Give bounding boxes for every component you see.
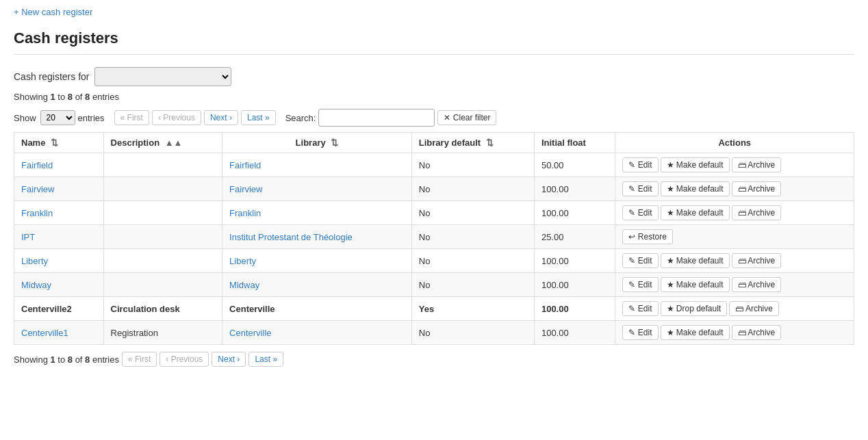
table-row: FairfieldFairfieldNo50.00✎ Edit★ Make de… <box>14 153 854 177</box>
cell-name: Franklin <box>14 201 104 225</box>
name-link[interactable]: Liberty <box>21 256 48 266</box>
col-library[interactable]: Library ⇅ <box>222 133 412 153</box>
action-archive-button[interactable]: 🗃 Archive <box>732 181 782 196</box>
page-title: Cash registers <box>14 29 854 55</box>
search-input[interactable] <box>318 109 435 127</box>
table-row: Centerville1RegistrationCentervilleNo100… <box>14 321 854 345</box>
action-archive-button[interactable]: 🗃 Archive <box>732 253 782 268</box>
name-link[interactable]: Franklin <box>21 208 53 218</box>
name-link[interactable]: Fairview <box>21 184 54 194</box>
name-link[interactable]: IPT <box>21 232 35 242</box>
clear-filter-button[interactable]: ✕ Clear filter <box>437 110 496 125</box>
action-edit-button[interactable]: ✎ Edit <box>622 325 658 340</box>
new-cash-register-link[interactable]: + New cash register <box>14 7 92 17</box>
cell-library: Centerville <box>222 297 412 321</box>
library-link[interactable]: Centerville <box>229 328 271 338</box>
cell-actions: ✎ Edit★ Make default🗃 Archive <box>615 201 854 225</box>
first-page-button[interactable]: « First <box>114 110 149 125</box>
top-pagination-bar: Show 102050100 entries « First ‹ Previou… <box>14 109 854 127</box>
cell-library: Fairfield <box>222 153 412 177</box>
cell-name: Fairview <box>14 177 104 201</box>
cell-description: Registration <box>103 321 222 345</box>
action-make-default-button[interactable]: ★ Make default <box>661 277 730 292</box>
library-link[interactable]: Fairfield <box>229 160 261 170</box>
cell-library-default: No <box>411 177 534 201</box>
cell-description <box>103 225 222 249</box>
action-edit-button[interactable]: ✎ Edit <box>622 205 658 220</box>
cell-library: Fairview <box>222 177 412 201</box>
name-link[interactable]: Midway <box>21 280 51 290</box>
name-link[interactable]: Fairfield <box>21 160 53 170</box>
library-link[interactable]: Liberty <box>229 256 256 266</box>
cell-actions: ✎ Edit★ Make default🗃 Archive <box>615 273 854 297</box>
action-archive-button[interactable]: 🗃 Archive <box>729 301 779 316</box>
action-edit-button[interactable]: ✎ Edit <box>622 181 658 196</box>
cell-actions: ↩ Restore <box>615 225 854 249</box>
last-page-button[interactable]: Last » <box>241 110 276 125</box>
cell-actions: ✎ Edit★ Make default🗃 Archive <box>615 153 854 177</box>
cell-name: Centerville1 <box>14 321 104 345</box>
action-archive-button[interactable]: 🗃 Archive <box>732 157 782 172</box>
action-edit-button[interactable]: ✎ Edit <box>622 157 658 172</box>
library-filter-select[interactable] <box>94 67 231 86</box>
action-drop-default-button[interactable]: ★ Drop default <box>661 301 728 316</box>
bottom-previous-button[interactable]: ‹ Previous <box>159 352 209 367</box>
cell-library-default: No <box>411 273 534 297</box>
library-link[interactable]: Institut Protestant de Théologie <box>229 232 353 242</box>
entries-label: entries <box>78 113 105 123</box>
action-make-default-button[interactable]: ★ Make default <box>661 157 730 172</box>
cell-library-default: No <box>411 201 534 225</box>
search-label: Search: <box>285 113 316 123</box>
show-entries-select[interactable]: 102050100 <box>40 110 75 125</box>
action-archive-button[interactable]: 🗃 Archive <box>732 205 782 220</box>
action-make-default-button[interactable]: ★ Make default <box>661 253 730 268</box>
col-library-default[interactable]: Library default ⇅ <box>411 133 534 153</box>
action-archive-button[interactable]: 🗃 Archive <box>732 325 782 340</box>
col-name[interactable]: Name ⇅ <box>14 133 104 153</box>
name-link[interactable]: Centerville1 <box>21 328 68 338</box>
action-make-default-button[interactable]: ★ Make default <box>661 181 730 196</box>
cell-library-default: No <box>411 153 534 177</box>
bottom-last-button[interactable]: Last » <box>248 352 283 367</box>
action-make-default-button[interactable]: ★ Make default <box>661 205 730 220</box>
cell-name: Liberty <box>14 249 104 273</box>
showing-bottom-text: Showing 1 to 8 of 8 entries <box>14 354 119 365</box>
action-edit-button[interactable]: ✎ Edit <box>622 301 658 316</box>
cell-library: Centerville <box>222 321 412 345</box>
cell-name: Centerville2 <box>14 297 104 321</box>
cell-name: IPT <box>14 225 104 249</box>
cell-description <box>103 273 222 297</box>
table-body: FairfieldFairfieldNo50.00✎ Edit★ Make de… <box>14 153 854 345</box>
action-edit-button[interactable]: ✎ Edit <box>622 277 658 292</box>
filter-row: Cash registers for <box>14 67 854 86</box>
cell-actions: ✎ Edit★ Make default🗃 Archive <box>615 249 854 273</box>
cell-initial-float: 100.00 <box>534 297 615 321</box>
cell-description <box>103 177 222 201</box>
library-link[interactable]: Franklin <box>229 208 261 218</box>
col-description[interactable]: Description ▲ <box>103 133 222 153</box>
cell-name: Midway <box>14 273 104 297</box>
cell-description: Circulation desk <box>103 297 222 321</box>
action-archive-button[interactable]: 🗃 Archive <box>732 277 782 292</box>
bottom-first-button[interactable]: « First <box>122 352 157 367</box>
previous-page-button[interactable]: ‹ Previous <box>152 110 201 125</box>
table-header: Name ⇅ Description ▲ Library ⇅ Library d… <box>14 133 854 153</box>
cell-library-default: No <box>411 249 534 273</box>
cell-library: Liberty <box>222 249 412 273</box>
next-page-button[interactable]: Next › <box>204 110 238 125</box>
cash-registers-table: Name ⇅ Description ▲ Library ⇅ Library d… <box>14 132 854 345</box>
cell-initial-float: 100.00 <box>534 177 615 201</box>
action-restore-button[interactable]: ↩ Restore <box>622 229 672 244</box>
cell-actions: ✎ Edit★ Make default🗃 Archive <box>615 177 854 201</box>
action-edit-button[interactable]: ✎ Edit <box>622 253 658 268</box>
cell-description <box>103 153 222 177</box>
col-initial-float: Initial float <box>534 133 615 153</box>
table-row: IPTInstitut Protestant de ThéologieNo25.… <box>14 225 854 249</box>
cell-actions: ✎ Edit★ Make default🗃 Archive <box>615 321 854 345</box>
library-link[interactable]: Midway <box>229 280 259 290</box>
action-make-default-button[interactable]: ★ Make default <box>661 325 730 340</box>
cell-name: Fairfield <box>14 153 104 177</box>
table-row: LibertyLibertyNo100.00✎ Edit★ Make defau… <box>14 249 854 273</box>
bottom-next-button[interactable]: Next › <box>212 352 246 367</box>
library-link[interactable]: Fairview <box>229 184 262 194</box>
